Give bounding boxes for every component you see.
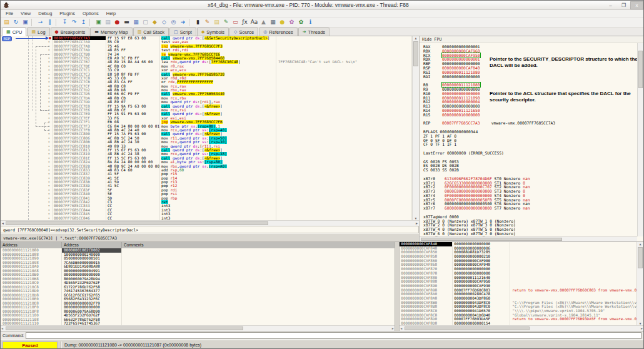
disasm-row[interactable]: ∙00007FF7685CC846CCint3 bbox=[1, 216, 412, 220]
tab-script[interactable]: ▢Script bbox=[169, 28, 196, 36]
jump-arrow bbox=[40, 54, 49, 111]
pane-splitter[interactable] bbox=[395, 242, 400, 331]
stack-comment bbox=[510, 280, 636, 284]
close-button[interactable]: x bbox=[630, 1, 643, 9]
minimize-button[interactable]: – bbox=[604, 1, 617, 9]
memory-map-icon[interactable]: ▬ bbox=[123, 18, 131, 26]
jump-arrow bbox=[44, 123, 49, 131]
tab-cpu[interactable]: ▦CPU bbox=[2, 28, 26, 36]
menu-view[interactable]: View bbox=[17, 11, 34, 16]
tab-label: Source bbox=[239, 29, 254, 35]
dump-pane[interactable]: Address Address Comments 000000001112108… bbox=[1, 242, 395, 331]
annotation-note: Pointer to the ACL structure that specif… bbox=[490, 91, 642, 103]
stack-comment bbox=[510, 267, 636, 271]
status-paused-badge: Paused bbox=[3, 341, 58, 349]
step-over-icon[interactable]: ↷ bbox=[70, 18, 78, 26]
stack-comment bbox=[510, 255, 636, 259]
restart-icon[interactable]: ↻ bbox=[12, 18, 20, 26]
register-value[interactable]: 00007FF7685CC7A3 bbox=[442, 121, 480, 125]
comments-icon[interactable]: ▤ bbox=[213, 18, 221, 26]
toolbar: ▤↻▣→‖↧↷↥▣▤●▬▦▢◆◇◎➜▮✎▤✎▭ƒxAa▲▦●✿✿ℹ bbox=[1, 18, 643, 28]
handles-icon[interactable]: ▮ bbox=[194, 18, 202, 26]
attach-icon[interactable]: ▲ bbox=[259, 18, 268, 26]
patches-eraser-icon[interactable]: ▭ bbox=[231, 18, 239, 26]
registers-pane: Hide FPU RAX0000000000000001RBX000000000… bbox=[419, 36, 643, 241]
stack-comment: "C:\\Program Files (x86)\\VMware\\VMware… bbox=[510, 301, 636, 305]
run-icon[interactable]: → bbox=[36, 18, 44, 26]
tab-references[interactable]: ◎References bbox=[259, 28, 297, 36]
dump-hscrollbar[interactable]: ◄► bbox=[1, 325, 395, 331]
tab-memory-map[interactable]: ▬Memory Map bbox=[90, 28, 132, 36]
menu-plugins[interactable]: Plugins bbox=[56, 11, 79, 16]
window-title: x64_dbg - File: vmware-vmx.exe - PID: 77… bbox=[13, 2, 604, 8]
settings-monitor-icon[interactable]: ▦ bbox=[269, 18, 277, 26]
toolbar-separator bbox=[56, 19, 59, 26]
toolbar-separator bbox=[189, 19, 192, 26]
register-value[interactable]: 60000000000000000800 bbox=[445, 206, 492, 210]
registers-hscrollbar[interactable] bbox=[420, 236, 637, 241]
step-out-icon[interactable]: ↥ bbox=[79, 18, 88, 26]
pause-icon[interactable]: ‖ bbox=[46, 18, 54, 26]
symbols-icon[interactable]: ◆ bbox=[151, 18, 159, 26]
tab-symbols[interactable]: ◆Symbols bbox=[197, 28, 229, 36]
source-icon[interactable]: ◇ bbox=[160, 18, 168, 26]
registers-vscrollbar[interactable] bbox=[637, 43, 643, 236]
tab-breakpoints[interactable]: ●Breakpoints bbox=[51, 28, 90, 36]
font-icon[interactable]: Aa bbox=[250, 18, 258, 26]
menu-help[interactable]: Help bbox=[103, 11, 119, 16]
hide-fpu-button[interactable]: Hide FPU bbox=[420, 36, 643, 43]
favourites-icon[interactable]: ● bbox=[278, 18, 286, 26]
help-icon[interactable]: ℹ bbox=[306, 18, 314, 26]
threads-icon[interactable]: ➜ bbox=[179, 18, 187, 26]
script-icon[interactable]: ▢ bbox=[141, 18, 149, 26]
x87-tail: nan bbox=[523, 206, 530, 210]
stack-vscrollbar[interactable]: ▲ ▼ bbox=[636, 242, 643, 325]
stack-comment bbox=[510, 246, 636, 251]
call-stack-icon[interactable]: ▦ bbox=[132, 18, 140, 26]
tab-label: Symbols bbox=[206, 29, 224, 35]
menu-file[interactable]: File bbox=[2, 11, 17, 16]
register-value[interactable]: 0000000000000000 bbox=[442, 74, 480, 79]
register-value[interactable]: 0000000010000000 bbox=[442, 113, 480, 117]
stack-comment bbox=[510, 259, 636, 263]
disassembly-hscrollbar[interactable]: ◄► bbox=[1, 220, 419, 226]
stack-comment bbox=[510, 263, 636, 267]
annotation-note: Pointer to the SECURITY_DESCRIPTOR struc… bbox=[490, 56, 642, 68]
plugins-icon[interactable]: ✿ bbox=[297, 18, 305, 26]
register-x87r7: x87r760000000000000000800 ST7 Nonzero na… bbox=[423, 206, 643, 211]
step-into-icon[interactable]: ↧ bbox=[61, 18, 69, 26]
restore-button[interactable]: ❐ bbox=[617, 1, 630, 9]
references-icon: ◎ bbox=[263, 29, 267, 34]
highlight-icon[interactable]: ✎ bbox=[222, 18, 230, 26]
toolbar-separator bbox=[89, 19, 93, 26]
functions-fx-icon[interactable]: ƒx bbox=[241, 18, 249, 26]
assembler-pencil-icon[interactable]: ✎ bbox=[203, 18, 211, 26]
register-label: R15 bbox=[423, 113, 442, 118]
stack-pane[interactable]: 0000000000CAF840000000000000000000000000… bbox=[400, 242, 643, 331]
disasm-comment bbox=[276, 216, 412, 220]
x64dbg-window: x64_dbg - File: vmware-vmx.exe - PID: 77… bbox=[0, 0, 644, 349]
trace-icon[interactable]: ▣ bbox=[94, 18, 103, 26]
close-debuggee-icon[interactable]: ▣ bbox=[21, 18, 29, 26]
references-icon[interactable]: ◎ bbox=[169, 18, 178, 26]
themes-icon[interactable]: ✿ bbox=[288, 18, 296, 26]
tab-threads[interactable]: ➜Threads bbox=[298, 28, 330, 36]
menu-debug[interactable]: Debug bbox=[34, 11, 56, 16]
breakpoint-icon[interactable]: ● bbox=[113, 18, 121, 26]
tab-label: Breakpoints bbox=[61, 29, 86, 35]
tab-log[interactable]: ▤Log bbox=[27, 28, 49, 36]
notes-icon[interactable]: ▤ bbox=[104, 18, 112, 26]
threads-icon: ➜ bbox=[303, 29, 306, 34]
register-value[interactable]: 0000000000CAF960 bbox=[442, 49, 480, 53]
command-input[interactable] bbox=[26, 332, 641, 339]
stack-hscrollbar[interactable]: ◄► bbox=[400, 325, 643, 331]
tab-call-stack[interactable]: ▥Call Stack bbox=[133, 28, 169, 36]
call-stack-icon: ▥ bbox=[138, 29, 142, 34]
menu-options[interactable]: Options bbox=[79, 11, 103, 16]
tab-label: Threads bbox=[308, 29, 326, 35]
tab-source[interactable]: ◇Source bbox=[229, 28, 258, 36]
open-file-icon[interactable]: ▤ bbox=[3, 18, 11, 26]
stack-comment bbox=[510, 296, 636, 301]
disassembly-vscrollbar[interactable]: ▲ ▼ bbox=[412, 36, 419, 220]
disassembly-pane[interactable]: RIP 00007FF7685CC7A3FF 15 97 E8 63 00cal… bbox=[1, 36, 412, 220]
